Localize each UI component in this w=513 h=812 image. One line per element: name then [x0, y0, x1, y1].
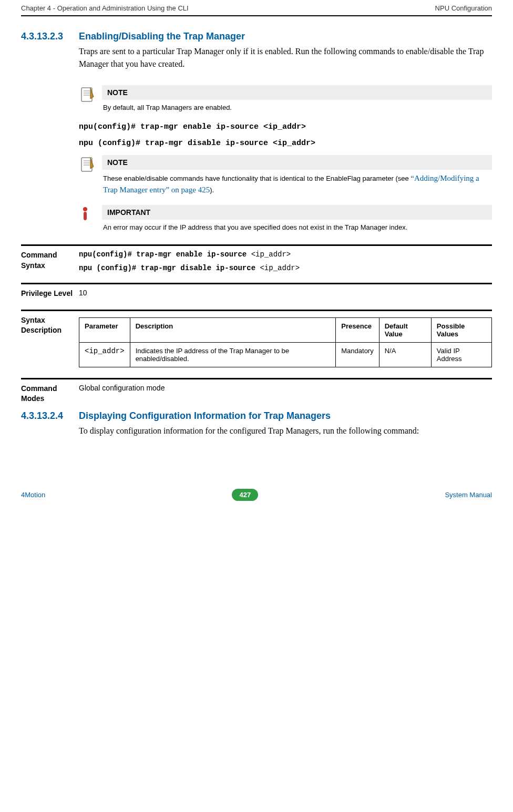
- command-modes-value: Global configuration mode: [79, 384, 492, 404]
- th-parameter: Parameter: [79, 317, 130, 342]
- th-presence: Presence: [336, 317, 379, 342]
- th-description: Description: [130, 317, 336, 342]
- section-enable-disable-trap-manager: 4.3.13.2.3 Enabling/Disabling the Trap M…: [21, 31, 492, 80]
- section-number: 4.3.13.2.4: [21, 410, 79, 447]
- note-text-suffix: ).: [210, 186, 214, 194]
- syntax-table: Parameter Description Presence Default V…: [79, 317, 492, 367]
- syntax-arg: <ip_addr>: [251, 250, 291, 259]
- td-presence: Mandatory: [336, 342, 379, 367]
- header-right: NPU Configuration: [435, 4, 492, 12]
- syntax-description-block: Syntax Description Parameter Description…: [21, 310, 492, 367]
- th-possible: Possible Values: [431, 317, 491, 342]
- td-default: N/A: [379, 342, 431, 367]
- syntax-description-label: Syntax Description: [21, 315, 79, 367]
- section-title: Displaying Configuration Information for…: [79, 410, 492, 422]
- td-parameter: <ip_addr>: [79, 342, 130, 367]
- command-disable: npu (config)# trap-mgr disable ip-source…: [79, 139, 492, 148]
- note-text-prefix: These enable/disable commands have funct…: [103, 174, 411, 182]
- section-number: 4.3.13.2.3: [21, 31, 79, 80]
- svg-point-8: [83, 207, 87, 211]
- command-syntax-line: npu(config)# trap-mgr enable ip-source <…: [79, 250, 492, 259]
- note-text: These enable/disable commands have funct…: [102, 173, 492, 196]
- section-title: Enabling/Disabling the Trap Manager: [79, 31, 492, 42]
- note-text: By default, all Trap Managers are enable…: [102, 103, 492, 113]
- privilege-level-block: Privilege Level 10: [21, 283, 492, 299]
- note-title: NOTE: [102, 85, 492, 100]
- footer-left: 4Motion: [21, 491, 45, 499]
- command-syntax-label: Command Syntax: [21, 250, 79, 272]
- section-intro: Traps are sent to a particular Trap Mana…: [79, 45, 492, 70]
- privilege-level-value: 10: [79, 289, 492, 299]
- important-title: IMPORTANT: [102, 205, 492, 220]
- page-footer: 4Motion 427 System Manual: [21, 489, 492, 509]
- header-left: Chapter 4 - Operation and Administration…: [21, 4, 189, 12]
- td-possible: Valid IP Address: [431, 342, 491, 367]
- command-modes-label: Command Modes: [21, 384, 79, 404]
- command-syntax-block: Command Syntax npu(config)# trap-mgr ena…: [21, 244, 492, 272]
- table-row: <ip_addr> Indicates the IP address of th…: [79, 342, 492, 367]
- important-callout: IMPORTANT An error may occur if the IP a…: [79, 205, 492, 233]
- page-number-badge: 427: [232, 489, 258, 501]
- command-modes-block: Command Modes Global configuration mode: [21, 378, 492, 404]
- svg-rect-9: [84, 212, 87, 220]
- section-display-config-info: 4.3.13.2.4 Displaying Configuration Info…: [21, 410, 492, 447]
- th-default: Default Value: [379, 317, 431, 342]
- note-callout: NOTE These enable/disable commands have …: [79, 155, 492, 196]
- table-header-row: Parameter Description Presence Default V…: [79, 317, 492, 342]
- important-icon: [79, 205, 102, 233]
- syntax-arg: <ip_addr>: [260, 264, 300, 272]
- syntax-prefix: npu (config)# trap-mgr disable ip-source: [79, 264, 260, 272]
- command-enable: npu(config)# trap-mgr enable ip-source <…: [79, 122, 492, 131]
- page-header: Chapter 4 - Operation and Administration…: [21, 0, 492, 16]
- important-text: An error may occur if the IP address tha…: [102, 223, 492, 233]
- footer-right: System Manual: [445, 491, 492, 499]
- note-title: NOTE: [102, 155, 492, 170]
- note-icon: [79, 155, 102, 196]
- command-syntax-line: npu (config)# trap-mgr disable ip-source…: [79, 264, 492, 272]
- td-description: Indicates the IP address of the Trap Man…: [130, 342, 336, 367]
- note-icon: [79, 85, 102, 113]
- note-callout: NOTE By default, all Trap Managers are e…: [79, 85, 492, 113]
- syntax-prefix: npu(config)# trap-mgr enable ip-source: [79, 250, 251, 259]
- section-intro: To display configuration information for…: [79, 425, 492, 437]
- privilege-level-label: Privilege Level: [21, 289, 79, 299]
